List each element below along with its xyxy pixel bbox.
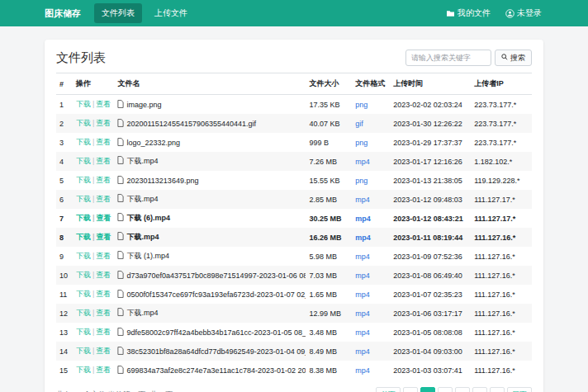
view-link[interactable]: 查看 [96, 328, 111, 336]
view-link[interactable]: 查看 [96, 157, 111, 165]
uploader-ip: 111.127.16.* [471, 361, 532, 380]
file-name: 699834a73af2e8c274e7a3e11ac1c784-2023-01… [126, 366, 306, 375]
view-link[interactable]: 查看 [96, 176, 111, 184]
page-button-4[interactable]: 4 [472, 387, 487, 392]
row-index: 2 [56, 114, 73, 133]
download-link[interactable]: 下载 [76, 176, 91, 184]
file-format-link[interactable]: mp4 [355, 290, 370, 299]
file-format-link[interactable]: mp4 [355, 234, 371, 242]
table-row: 6 下载|查看 下载.mp4 2.85 MB mp4 2023-01-12 09… [56, 190, 532, 209]
upload-time: 2023-01-12 08:43:21 [390, 209, 471, 228]
file-format-link[interactable]: png [355, 139, 368, 147]
view-link[interactable]: 查看 [96, 366, 111, 374]
download-link[interactable]: 下载 [76, 157, 91, 165]
nav-item-login-status[interactable]: 未登录 [504, 4, 543, 22]
op-separator: | [92, 157, 94, 165]
uploader-ip: 1.182.102.* [471, 152, 532, 171]
page-button-1[interactable]: 1 [420, 387, 435, 392]
col-index: # [56, 73, 73, 95]
file-format-link[interactable]: mp4 [355, 347, 370, 356]
download-link[interactable]: 下载 [76, 290, 91, 298]
file-size: 7.03 MB [306, 266, 352, 285]
view-link[interactable]: 查看 [96, 233, 111, 241]
table-row: 2 下载|查看 20200115124554157906355440441.gi… [56, 114, 532, 133]
view-link[interactable]: 查看 [96, 100, 111, 108]
upload-time: 2023-01-08 06:49:40 [390, 266, 471, 285]
file-format-link[interactable]: mp4 [355, 309, 370, 318]
search-button-label: 搜索 [510, 53, 525, 64]
download-link[interactable]: 下载 [76, 366, 91, 374]
page-button-尾页[interactable]: 尾页 [507, 387, 532, 392]
file-format-link[interactable]: mp4 [355, 366, 370, 375]
view-link[interactable]: 查看 [96, 347, 111, 355]
download-link[interactable]: 下载 [76, 271, 91, 279]
download-link[interactable]: 下载 [76, 100, 91, 108]
download-link[interactable]: 下载 [76, 138, 91, 146]
row-index: 10 [56, 266, 73, 285]
page-button-«[interactable]: « [403, 387, 418, 392]
nav-item-file-list[interactable]: 文件列表 [94, 3, 142, 23]
file-format-link[interactable]: mp4 [355, 328, 370, 337]
download-link[interactable]: 下载 [76, 347, 91, 355]
col-operations: 操作 [73, 73, 115, 95]
file-format-link[interactable]: mp4 [355, 253, 370, 261]
upload-time: 2023-01-04 09:03:00 [390, 342, 471, 361]
col-fileformat: 文件格式 [352, 73, 390, 95]
view-link[interactable]: 查看 [96, 252, 111, 260]
download-link[interactable]: 下载 [76, 328, 91, 336]
file-format-link[interactable]: gif [355, 120, 363, 128]
file-format-link[interactable]: mp4 [355, 158, 370, 166]
file-name: 下载 (6).mp4 [126, 214, 170, 222]
file-format-link[interactable]: png [355, 101, 368, 109]
view-link[interactable]: 查看 [96, 195, 111, 203]
file-format-link[interactable]: png [355, 177, 368, 185]
download-link[interactable]: 下载 [76, 214, 91, 222]
view-link[interactable]: 查看 [96, 138, 111, 146]
uploader-ip: 111.127.16.* [471, 266, 532, 285]
file-icon [117, 308, 124, 318]
search-input[interactable] [405, 50, 491, 66]
download-link[interactable]: 下载 [76, 119, 91, 127]
folder-icon [446, 10, 455, 17]
row-index: 4 [56, 152, 73, 171]
uploader-ip: 111.127.16.* [471, 285, 532, 304]
nav-item-upload[interactable]: 上传文件 [147, 3, 195, 23]
file-name: 20230113213649.png [126, 177, 198, 185]
table-row: 8 下载|查看 下载.mp4 16.26 MB mp4 2023-01-11 0… [56, 228, 532, 247]
row-index: 7 [56, 209, 73, 228]
download-link[interactable]: 下载 [76, 195, 91, 203]
file-icon [117, 194, 124, 204]
download-link[interactable]: 下载 [76, 233, 91, 241]
download-link[interactable]: 下载 [76, 252, 91, 260]
view-link[interactable]: 查看 [96, 214, 111, 222]
row-index: 1 [56, 95, 73, 115]
download-link[interactable]: 下载 [76, 309, 91, 317]
brand-link[interactable]: 图床储存 [45, 7, 81, 20]
file-name: 0500f0f15347ce697fc93a193efa6723d-2023-0… [126, 290, 306, 299]
file-format-link[interactable]: mp4 [355, 196, 370, 204]
search-icon [501, 54, 508, 62]
file-format-link[interactable]: mp4 [355, 272, 370, 280]
table-row: 5 下载|查看 20230113213649.png 15.55 KB png … [56, 171, 532, 190]
upload-time: 2023-01-11 08:19:44 [390, 228, 471, 247]
view-link[interactable]: 查看 [96, 290, 111, 298]
page-button-»[interactable]: » [490, 387, 505, 392]
view-link[interactable]: 查看 [96, 309, 111, 317]
file-name: d73a970ef0a437517b0c898e71514997-2023-01… [126, 272, 306, 280]
op-separator: | [92, 119, 94, 127]
file-size: 30.25 MB [306, 209, 352, 228]
page-button-3[interactable]: 3 [455, 387, 470, 392]
nav-item-my-files[interactable]: 我的文件 [444, 4, 492, 22]
file-size: 17.35 KB [306, 95, 352, 115]
file-format-link[interactable]: mp4 [355, 215, 371, 223]
view-link[interactable]: 查看 [96, 271, 111, 279]
file-name: 下载 (1).mp4 [126, 252, 169, 260]
file-table: # 操作 文件名 文件大小 文件格式 上传时间 上传者IP 1 下载|查看 im… [56, 73, 532, 380]
search-button[interactable]: 搜索 [495, 50, 532, 66]
file-icon [117, 156, 124, 166]
table-row: 10 下载|查看 d73a970ef0a437517b0c898e7151499… [56, 266, 532, 285]
file-icon [117, 119, 124, 129]
view-link[interactable]: 查看 [96, 119, 111, 127]
page-button-2[interactable]: 2 [438, 387, 453, 392]
page-button-首页[interactable]: 首页 [376, 387, 401, 392]
